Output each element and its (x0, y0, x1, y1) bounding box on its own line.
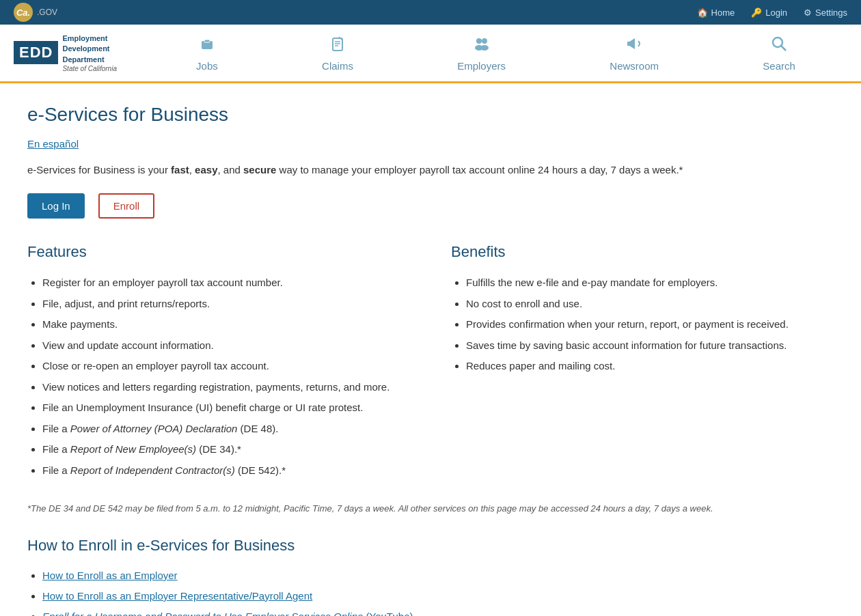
intro-prefix: e-Services for Business is your (27, 164, 171, 176)
enroll-links-list: How to Enroll as an Employer How to Enro… (27, 565, 834, 616)
enroll-button[interactable]: Enroll (98, 193, 154, 219)
settings-label: Settings (815, 8, 847, 18)
features-list: Register for an employer payroll tax acc… (27, 273, 410, 480)
login-label: Login (765, 8, 787, 18)
list-item: View notices and letters regarding regis… (42, 378, 410, 397)
intro-paragraph: e-Services for Business is your fast, ea… (27, 162, 834, 178)
ca-circle: Ca. (14, 3, 33, 22)
home-icon: 🏠 (697, 8, 708, 18)
people-icon (472, 34, 491, 57)
ca-gov-logo: Ca. .GOV (14, 3, 57, 22)
intro-end: way to manage your employer payroll tax … (276, 164, 683, 176)
features-col: Features Register for an employer payrol… (27, 243, 410, 481)
edd-dept-text: Employment Development Department (62, 33, 117, 65)
list-item: No cost to enroll and use. (466, 294, 834, 314)
top-bar: Ca. .GOV 🏠 Home 🔑 Login ⚙ Settings (0, 0, 861, 25)
megaphone-icon (625, 34, 644, 57)
enroll-section-title: How to Enroll in e-Services for Business (27, 537, 834, 555)
list-item: File an Unemployment Insurance (UI) bene… (42, 398, 410, 418)
briefcase-icon (197, 34, 217, 57)
benefits-col: Benefits Fulfills the new e-file and e-p… (451, 243, 834, 481)
list-item: How to Enroll as an Employer (42, 565, 834, 586)
list-item: Make payments. (42, 315, 410, 335)
list-item: File a Report of New Employee(s) (DE 34)… (42, 440, 410, 460)
login-link[interactable]: 🔑 Login (751, 8, 787, 18)
list-item: Saves time by saving basic account infor… (466, 336, 834, 356)
list-item: Provides confirmation when your return, … (466, 315, 834, 335)
intro-sep2: , and (217, 164, 243, 176)
intro-easy: easy (195, 164, 217, 176)
list-item: Register for an employer payroll tax acc… (42, 273, 410, 293)
nav-jobs[interactable]: Jobs (182, 25, 232, 81)
list-item: View and update account information. (42, 336, 410, 356)
list-item: Reduces paper and mailing cost. (466, 356, 834, 376)
benefits-title: Benefits (451, 243, 834, 261)
svg-line-12 (781, 46, 786, 51)
list-item: Close or re-open an employer payroll tax… (42, 356, 410, 376)
benefits-list: Fulfills the new e-file and e-pay mandat… (451, 273, 834, 376)
list-item: Fulfills the new e-file and e-pay mandat… (466, 273, 834, 293)
login-button[interactable]: Log In (27, 193, 85, 219)
spanish-link[interactable]: En español (27, 138, 834, 150)
svg-point-10 (480, 45, 489, 51)
list-item: File, adjust, and print returns/reports. (42, 294, 410, 314)
footnote: *The DE 34 and DE 542 may be filed from … (27, 502, 834, 516)
page-title: e-Services for Business (27, 104, 834, 126)
intro-sep1: , (189, 164, 195, 176)
main-nav: EDD Employment Development Department St… (0, 25, 861, 83)
edd-box: EDD (14, 41, 58, 64)
intro-secure: secure (243, 164, 276, 176)
clipboard-icon (328, 34, 347, 57)
svg-point-7 (476, 38, 482, 44)
employers-label: Employers (457, 60, 506, 72)
search-label: Search (763, 60, 795, 72)
edd-logo[interactable]: EDD Employment Development Department St… (14, 25, 117, 81)
enroll-youtube-link[interactable]: Enroll for a Username and Password to Us… (42, 611, 413, 616)
list-item: File a Power of Attorney (POA) Declarati… (42, 419, 410, 439)
nav-claims[interactable]: Claims (308, 25, 367, 81)
list-item: File a Report of Independent Contractor(… (42, 461, 410, 481)
button-row: Log In Enroll (27, 193, 834, 219)
gov-text: .GOV (37, 8, 57, 17)
nav-search[interactable]: Search (749, 25, 809, 81)
features-benefits-section: Features Register for an employer payrol… (27, 243, 834, 481)
state-of-california: State of California (62, 65, 117, 72)
search-icon (769, 34, 789, 57)
svg-point-8 (482, 38, 487, 44)
intro-fast: fast (171, 164, 189, 176)
claims-label: Claims (322, 60, 353, 72)
top-bar-nav: 🏠 Home 🔑 Login ⚙ Settings (697, 8, 847, 18)
list-item: How to Enroll as an Employer Representat… (42, 586, 834, 606)
svg-rect-1 (204, 40, 210, 42)
content: e-Services for Business En español e-Ser… (14, 83, 847, 616)
settings-link[interactable]: ⚙ Settings (804, 8, 847, 18)
list-item: Enroll for a Username and Password to Us… (42, 606, 834, 616)
key-icon: 🔑 (751, 8, 762, 18)
nav-newsroom[interactable]: Newsroom (596, 25, 672, 81)
home-label: Home (711, 8, 735, 18)
enroll-rep-link[interactable]: How to Enroll as an Employer Representat… (42, 590, 312, 602)
jobs-label: Jobs (196, 60, 218, 72)
svg-point-11 (773, 38, 782, 47)
svg-rect-2 (333, 38, 342, 51)
newsroom-label: Newsroom (610, 60, 659, 72)
enroll-employer-link[interactable]: How to Enroll as an Employer (42, 570, 178, 581)
features-title: Features (27, 243, 410, 261)
gear-icon: ⚙ (804, 8, 812, 18)
nav-items: Jobs Claims Employers Newsroom Search (144, 25, 847, 81)
home-link[interactable]: 🏠 Home (697, 8, 735, 18)
nav-employers[interactable]: Employers (443, 25, 519, 81)
